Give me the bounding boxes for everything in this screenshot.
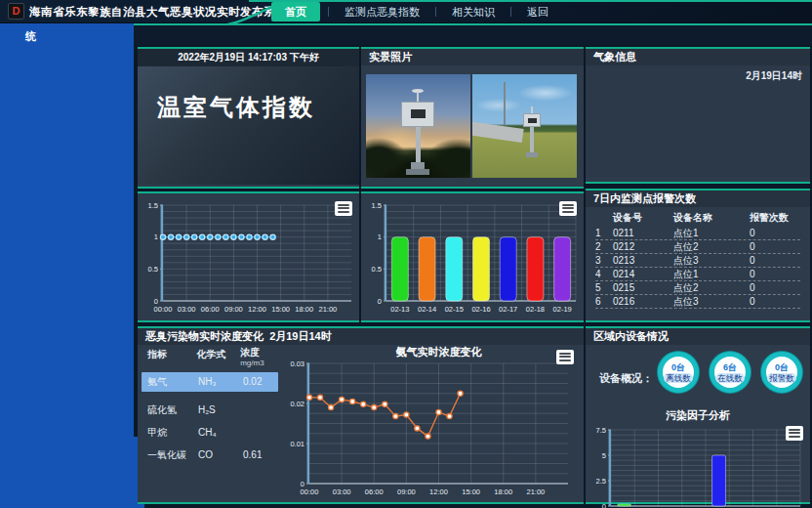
devices-panel-title: 区域内设备情况 [586, 328, 810, 345]
svg-text:02-15: 02-15 [445, 305, 464, 314]
pollutant-row-ammonia[interactable]: 氨气 NH₃ 0.02 [142, 372, 278, 392]
chart-menu-icon[interactable] [335, 201, 352, 216]
svg-text:12:00: 12:00 [248, 305, 266, 314]
cell-device-name: 点位3 [673, 254, 750, 267]
svg-text:1.5: 1.5 [148, 201, 158, 210]
svg-text:21:00: 21:00 [526, 487, 545, 496]
nav-separator [510, 7, 511, 17]
nav-item-knowledge[interactable]: 相关知识 [438, 2, 508, 21]
cell-alarm-count: 0 [750, 227, 800, 239]
online-count-circle[interactable]: 6台 在线数 [710, 352, 751, 393]
greeting-panel: 2022年2月19日 14:17:03 下午好 温室气体指数 [138, 47, 359, 189]
cell-alarm-count: 0 [750, 240, 800, 253]
svg-text:09:00: 09:00 [224, 305, 243, 314]
concentration-title-text: 恶臭污染物实时浓度变化 [145, 330, 264, 342]
cell-device-id: 0214 [613, 268, 673, 280]
svg-text:00:00: 00:00 [154, 305, 173, 314]
svg-text:1.5: 1.5 [372, 201, 382, 210]
offline-count-circle[interactable]: 0台 离线数 [658, 352, 699, 393]
brand-logo-icon: D [8, 3, 24, 20]
concentration-timestamp: 2月19日14时 [269, 330, 332, 342]
chart-menu-icon[interactable] [559, 201, 577, 216]
cell-alarm-count: 0 [750, 268, 800, 280]
device-overview-label: 设备概况： [599, 371, 653, 386]
svg-text:7.5: 7.5 [596, 426, 606, 435]
table-row[interactable]: 5 0215 点位2 0 [595, 281, 800, 295]
table-row[interactable]: 1 0211 点位1 0 [595, 227, 800, 240]
svg-text:06:00: 06:00 [201, 305, 220, 314]
table-row[interactable]: 6 0216 点位3 0 [595, 295, 800, 309]
stat-online: 6台 在线数 [710, 352, 751, 393]
svg-text:0: 0 [378, 297, 382, 306]
nav-item-odor-index[interactable]: 监测点恶臭指数 [331, 2, 433, 21]
svg-text:06:00: 06:00 [365, 487, 384, 496]
svg-text:0: 0 [154, 297, 158, 306]
svg-text:02-13: 02-13 [390, 305, 409, 314]
photo-light-pole [504, 82, 506, 125]
cell-device-id: 0216 [613, 295, 673, 308]
cell-device-id: 0215 [613, 281, 673, 294]
alarm-panel-title: 7日内监测点报警次数 [586, 190, 810, 207]
cell-device-id: 0211 [613, 227, 673, 239]
cell-device-name: 点位2 [673, 281, 750, 294]
ammonia-line-chart: 氨气实时浓度变化00:0003:0006:0009:0012:0015:0018… [276, 342, 582, 503]
site-photo-field[interactable] [472, 74, 577, 178]
weather-timestamp: 2月19日14时 [746, 69, 802, 83]
col-formula: 化学式 [197, 348, 241, 368]
weather-panel-title: 气象信息 [586, 49, 810, 65]
left-sidebar: 统 [0, 23, 134, 508]
pollutant-table: 指标 化学式 浓度 mg/m3 氨气 NH₃ 0.02 硫化氢 H₂S 甲烷 C… [142, 346, 278, 465]
svg-text:00:00: 00:00 [301, 487, 319, 496]
svg-text:02-18: 02-18 [526, 305, 545, 314]
tab-bar [134, 23, 812, 45]
chart-menu-icon[interactable] [786, 426, 803, 441]
svg-text:15:00: 15:00 [462, 487, 480, 496]
svg-text:12:00: 12:00 [429, 487, 448, 496]
table-row[interactable]: 2 0212 点位2 0 [595, 240, 800, 254]
nav-separator [435, 7, 436, 17]
pollutant-row-h2s[interactable]: 硫化氢 H₂S [142, 401, 278, 420]
pollution-factor-bar-chart: 氨气硫化氢甲烷一氧化碳02.557.5 [586, 424, 810, 508]
table-row[interactable]: 3 0213 点位3 0 [595, 254, 800, 268]
svg-text:21:00: 21:00 [318, 305, 337, 314]
col-concentration: 浓度 mg/m3 [240, 348, 278, 368]
weather-panel: 气象信息 2月19日14时 [586, 47, 810, 184]
table-row[interactable]: 4 0214 点位1 0 [595, 268, 800, 281]
daily-bar-chart-panel: 02-1302-1402-1502-1602-1702-1802-1900.51… [361, 191, 584, 322]
headline-text: 温室气体指数 [157, 92, 315, 123]
main-nav: 首页 监测点恶臭指数 相关知识 返回 [271, 0, 562, 23]
left-sidebar-footer [0, 437, 144, 508]
dashboard-root: D 海南省乐东黎族自治县大气恶臭状况实时发布系 首页 监测点恶臭指数 相关知识 … [0, 0, 812, 508]
row-index: 2 [595, 240, 613, 253]
alarm-table-header: 设备号 设备名称 报警次数 [595, 211, 800, 227]
svg-text:18:00: 18:00 [494, 487, 512, 496]
col-indicator: 指标 [147, 348, 197, 368]
pollutant-row-co[interactable]: 一氧化碳 CO 0.61 [142, 445, 278, 465]
monitoring-station [401, 102, 434, 175]
nav-item-back[interactable]: 返回 [513, 2, 562, 21]
svg-text:0.01: 0.01 [290, 440, 304, 448]
cell-alarm-count: 0 [750, 281, 800, 294]
row-index: 3 [595, 254, 613, 267]
site-photo-sunset[interactable] [366, 74, 470, 178]
devices-panel: 区域内设备情况 设备概况： 0台 离线数 6台 在线数 0台 报警数 [586, 326, 810, 504]
alarm-count-circle[interactable]: 0台 报警数 [761, 352, 802, 393]
photo-wall [472, 121, 524, 143]
svg-text:0.5: 0.5 [372, 265, 382, 274]
stat-offline: 0台 离线数 [658, 352, 699, 393]
index-line-chart-panel: 00:0003:0006:0009:0012:0015:0018:0021:00… [138, 191, 359, 322]
datetime-text: 2022年2月19日 14:17:03 下午好 [138, 49, 359, 66]
system-title-wrap: 统 [25, 29, 36, 44]
photos-panel: 实景照片 [361, 47, 584, 189]
svg-text:1: 1 [378, 233, 382, 241]
chart-menu-icon[interactable] [556, 350, 574, 364]
stat-alarm: 0台 报警数 [761, 352, 802, 393]
pollutant-row-ch4[interactable]: 甲烷 CH₄ [142, 423, 278, 443]
cell-device-id: 0212 [613, 240, 673, 253]
svg-text:03:00: 03:00 [178, 305, 196, 314]
nav-item-home[interactable]: 首页 [271, 2, 320, 21]
cell-device-name: 点位1 [673, 227, 750, 239]
svg-text:02-19: 02-19 [553, 305, 572, 314]
cell-device-name: 点位3 [673, 295, 750, 308]
svg-text:02-14: 02-14 [418, 305, 436, 314]
